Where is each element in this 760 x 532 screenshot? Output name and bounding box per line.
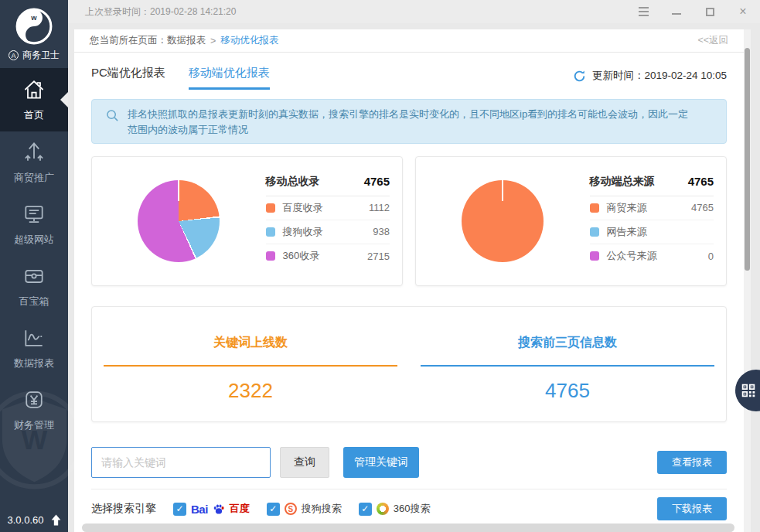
legend: 移动总收录 4765 百度收录 1112 搜狗收录 938 360收录 2715 [266,175,390,268]
close-icon[interactable]: × [737,5,749,18]
legend-label: 商贸来源 [607,201,647,215]
legend-value: 2715 [367,251,390,262]
baidu-paw-icon [213,503,225,515]
main-panel: 您当前所在页面：数据报表 > 移动优化报表 <<返回 PC端优化报表 移动端优化… [74,29,744,532]
sidebar-item-promotion[interactable]: 商贸推广 [0,131,68,193]
brand-badge-icon: A [9,50,19,60]
keyword-toolbar: 查询 管理关键词 查看报表 [91,447,727,478]
mobile-source-card: 移动端总来源 4765 商贸来源 4765 网告来源 公众号来源 0 [415,156,727,286]
report-tabs: PC端优化报表 移动端优化报表 更新时间：2019-02-24 10:05 [74,60,744,91]
horizontal-scrollbar[interactable] [82,523,734,532]
sogou-label: 搜狗搜索 [302,502,342,516]
breadcrumb-separator: > [210,36,216,46]
sidebar-nav: 首页 商贸推广 超级网站 百宝箱 [0,68,68,441]
pie-wrap [92,180,266,262]
menu-icon[interactable] [637,5,649,18]
legend-label: 搜狗收录 [283,225,323,239]
version-row: 3.0.0.60 [0,514,68,526]
active-item-arrow [60,92,68,107]
legend-item: 公众号来源 0 [590,244,714,268]
legend: 移动端总来源 4765 商贸来源 4765 网告来源 公众号来源 0 [590,175,714,268]
sidebar-item-label: 商贸推广 [14,171,54,185]
sidebar-item-label: 数据报表 [14,356,54,370]
legend-item: 商贸来源 4765 [590,196,714,220]
update-time-wrap: 更新时间：2019-02-24 10:05 [573,69,727,83]
360-label: 360搜索 [394,502,431,516]
notice-banner: 排名快照抓取的是报表更新时刻的真实数据，搜索引擎的排名是实时变化的，且不同地区i… [91,99,727,144]
legend-chip [590,203,599,213]
breadcrumb-current: 移动优化报表 [220,34,278,47]
stat-value: 4765 [545,379,590,403]
vertical-scrollbar-track[interactable] [744,29,751,532]
stats-card: 关键词上线数 2322 搜索前三页信息数 4765 [91,306,727,422]
divider [91,489,727,489]
upgrade-arrow-icon[interactable] [51,514,61,526]
stat-underline [421,365,714,367]
download-report-button[interactable]: 下载报表 [657,497,727,520]
top3-pages-stat: 搜索前三页信息数 4765 [409,335,726,421]
sidebar-item-toolbox[interactable]: 百宝箱 [0,255,68,317]
manage-keywords-button[interactable]: 管理关键词 [343,447,419,478]
checkbox-checked-icon[interactable]: ✓ [173,503,186,516]
last-login-time: 上次登录时间：2019-02-28 14:21:20 [85,5,236,19]
legend-label: 百度收录 [283,201,323,215]
legend-value: 0 [708,251,714,262]
legend-value: 938 [373,226,390,237]
sidebar-item-home[interactable]: 首页 [0,68,68,131]
sidebar-item-finance[interactable]: 财务管理 [0,379,68,441]
query-button[interactable]: 查询 [280,447,329,478]
checkbox-checked-icon[interactable]: ✓ [267,503,280,516]
minimize-icon[interactable] [670,5,683,18]
legend-chip [266,251,275,261]
brand-name: 商务卫士 [22,49,60,62]
legend-item: 百度收录 1112 [266,196,390,220]
legend-item: 网告来源 [590,220,714,244]
stat-title: 关键词上线数 [213,335,288,351]
sidebar-item-website[interactable]: 超级网站 [0,193,68,255]
legend-item: 360收录 2715 [266,244,390,268]
pie-cards-row: 移动总收录 4765 百度收录 1112 搜狗收录 938 360收录 2715 [91,156,727,286]
maximize-icon[interactable] [704,5,716,18]
stat-value: 2322 [228,379,273,403]
legend-label: 360收录 [283,249,320,263]
legend-value: 1112 [369,202,390,213]
sidebar-item-label: 超级网站 [14,233,54,247]
legend-label: 公众号来源 [607,249,657,263]
engine-sogou[interactable]: ✓ S 搜狗搜索 [267,502,342,516]
update-time: 更新时间：2019-02-24 10:05 [592,69,727,83]
baidu-logo: Bai [191,503,208,516]
view-report-button[interactable]: 查看报表 [657,451,727,474]
360-logo-icon [377,503,389,515]
legend-chip [266,203,275,213]
legend-title: 移动端总来源 [590,175,655,189]
legend-total: 4765 [364,175,390,188]
mobile-index-card: 移动总收录 4765 百度收录 1112 搜狗收录 938 360收录 2715 [91,156,403,286]
breadcrumb: 您当前所在页面：数据报表 > 移动优化报表 <<返回 [74,29,744,53]
svg-text:w: w [30,14,37,22]
legend-label: 网告来源 [607,225,647,239]
checkbox-checked-icon[interactable]: ✓ [359,503,372,516]
version-number: 3.0.0.60 [8,514,44,526]
refresh-icon[interactable] [573,70,586,83]
legend-item: 搜狗收录 938 [266,220,390,244]
vertical-scrollbar-thumb[interactable] [745,48,750,271]
tab-pc-report[interactable]: PC端优化报表 [91,63,165,90]
titlebar: 上次登录时间：2019-02-28 14:21:20 × [68,0,760,23]
mobile-index-pie-chart [138,180,220,262]
keyword-input[interactable] [91,447,271,478]
stat-title: 搜索前三页信息数 [518,335,617,351]
engine-baidu[interactable]: ✓ Bai 百度 [173,502,250,516]
engine-360[interactable]: ✓ 360搜索 [359,502,431,516]
sidebar-item-reports[interactable]: 数据报表 [0,317,68,379]
breadcrumb-prefix: 您当前所在页面：数据报表 [90,34,206,47]
tab-mobile-report[interactable]: 移动端优化报表 [189,63,270,90]
sidebar-item-label: 百宝箱 [19,295,49,309]
sogou-logo-icon: S [285,503,297,515]
search-engine-row: 选择搜索引擎 ✓ Bai 百度 ✓ S 搜狗搜索 ✓ 360搜索 下载报表 [91,497,727,520]
back-link[interactable]: <<返回 [697,34,728,47]
keywords-online-stat: 关键词上线数 2322 [92,335,409,421]
search-engine-label: 选择搜索引擎 [91,502,156,516]
sidebar-item-label: 财务管理 [14,418,54,432]
baidu-logo-cn: 百度 [230,502,250,516]
window-controls: × [637,5,749,18]
